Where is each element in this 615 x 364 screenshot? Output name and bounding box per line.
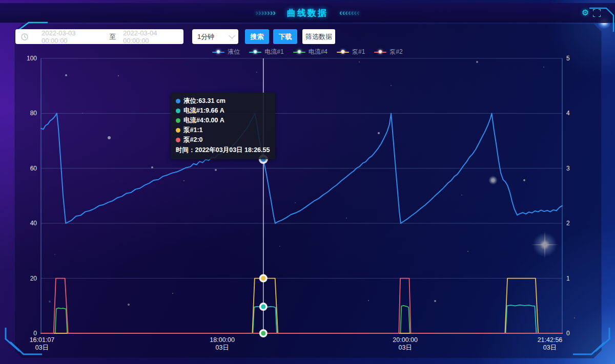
tooltip-series-dot — [176, 128, 180, 133]
svg-text:4: 4 — [566, 110, 570, 117]
svg-text:2: 2 — [566, 220, 570, 227]
svg-text:18:00:00: 18:00:00 — [210, 336, 235, 344]
svg-text:03日: 03日 — [398, 344, 412, 351]
chart-tooltip: 液位:63.31 cm电流#1:9.66 A电流#4:0.00 A泵#1:1泵#… — [171, 93, 275, 159]
tooltip-series-dot — [176, 118, 180, 123]
svg-text:03日: 03日 — [543, 344, 557, 351]
chart-svg: 02040608010001234516:01:0703日18:00:0003日… — [0, 0, 615, 364]
tooltip-time: 时间：2022年03月03日 18:26.55 — [176, 145, 270, 155]
series-电流#4 — [41, 306, 562, 333]
svg-text:3: 3 — [566, 165, 570, 172]
svg-text:20: 20 — [30, 275, 37, 282]
right-axis-ticks: 012345 — [566, 55, 570, 337]
tooltip-row: 电流#1:9.66 A — [176, 106, 270, 116]
tooltip-row: 液位:63.31 cm — [176, 96, 270, 106]
tooltip-row-text: 泵#2:0 — [183, 135, 203, 145]
grid-lines — [41, 58, 562, 279]
tooltip-row-text: 泵#1:1 — [183, 125, 203, 135]
svg-text:21:42:56: 21:42:56 — [538, 336, 563, 344]
svg-text:5: 5 — [566, 55, 570, 62]
svg-text:0: 0 — [33, 330, 37, 337]
tooltip-row: 泵#2:0 — [176, 135, 270, 145]
series-泵#1 — [41, 279, 562, 333]
tooltip-series-dot — [176, 138, 180, 142]
tooltip-row: 电流#4:0.00 A — [176, 116, 270, 125]
series-泵#2 — [41, 279, 562, 333]
svg-text:1: 1 — [566, 275, 570, 282]
svg-text:80: 80 — [30, 110, 37, 117]
svg-text:100: 100 — [27, 55, 37, 62]
axis-lines — [41, 58, 562, 333]
tooltip-row: 泵#1:1 — [176, 125, 270, 135]
left-axis-ticks: 020406080100 — [27, 55, 37, 337]
tooltip-series-dot — [176, 109, 180, 113]
svg-text:16:01:07: 16:01:07 — [30, 336, 55, 344]
svg-text:03日: 03日 — [35, 344, 49, 351]
svg-text:03日: 03日 — [215, 344, 229, 351]
tooltip-row-text: 电流#1:9.66 A — [183, 106, 224, 116]
tooltip-series-dot — [176, 99, 180, 103]
svg-text:0: 0 — [566, 330, 570, 337]
svg-text:60: 60 — [30, 165, 37, 172]
svg-text:20:00:00: 20:00:00 — [393, 336, 418, 344]
series-电流#1 — [41, 305, 562, 333]
tooltip-row-text: 电流#4:0.00 A — [183, 116, 224, 125]
dashboard-background: ››››››› 曲线数据 ‹‹‹‹‹‹‹ ⚙ 2022-03-03 00:00:… — [0, 0, 615, 364]
svg-text:40: 40 — [30, 220, 37, 227]
x-axis-ticks: 16:01:0703日18:00:0003日20:00:0003日21:42:5… — [30, 336, 563, 351]
curve-chart[interactable]: 02040608010001234516:01:0703日18:00:0003日… — [0, 0, 615, 364]
tooltip-row-text: 液位:63.31 cm — [183, 96, 225, 106]
